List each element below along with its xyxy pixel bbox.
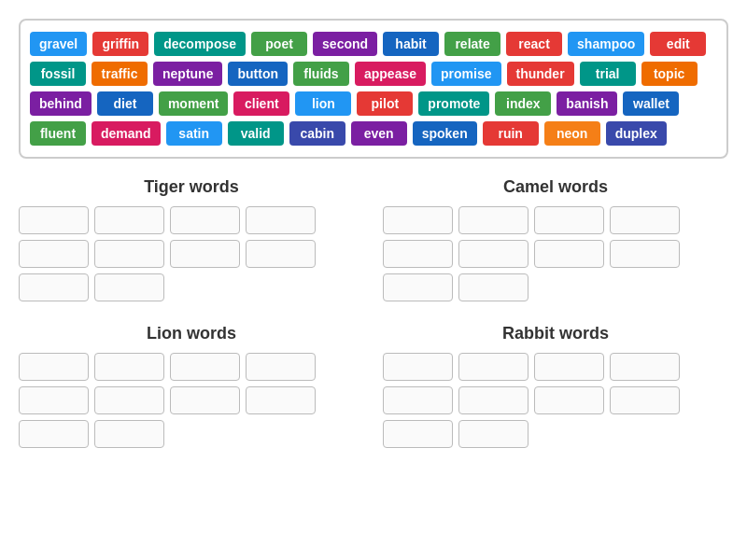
- word-chip[interactable]: trial: [580, 62, 636, 86]
- word-chip[interactable]: demand: [92, 121, 161, 146]
- word-chip[interactable]: second: [313, 32, 377, 56]
- word-chip[interactable]: relate: [444, 32, 500, 56]
- word-chip[interactable]: neptune: [153, 62, 222, 86]
- drop-box[interactable]: [170, 206, 240, 234]
- drop-box[interactable]: [170, 353, 240, 381]
- word-chip[interactable]: moment: [159, 91, 228, 116]
- drop-box[interactable]: [246, 386, 316, 414]
- drop-box[interactable]: [458, 273, 529, 301]
- rabbit-row-2: [383, 386, 728, 414]
- camel-row-3: [383, 273, 728, 301]
- drop-box[interactable]: [458, 386, 529, 414]
- word-chip[interactable]: neon: [544, 121, 600, 146]
- drop-box[interactable]: [246, 206, 316, 234]
- drop-box[interactable]: [610, 386, 680, 414]
- word-chip[interactable]: behind: [30, 91, 92, 116]
- word-chip[interactable]: satin: [166, 121, 222, 146]
- drop-box[interactable]: [170, 386, 240, 414]
- word-chip[interactable]: button: [228, 62, 288, 86]
- drop-box[interactable]: [246, 240, 316, 268]
- lion-row-1: [19, 353, 364, 381]
- camel-grid: [383, 206, 728, 301]
- drop-box[interactable]: [19, 353, 89, 381]
- word-chip[interactable]: poet: [251, 32, 307, 56]
- rabbit-grid: [383, 353, 728, 448]
- lion-row-3: [19, 420, 364, 448]
- drop-box[interactable]: [458, 240, 529, 268]
- tiger-row-1: [19, 206, 364, 234]
- drop-box[interactable]: [94, 273, 164, 301]
- drop-box[interactable]: [383, 206, 453, 234]
- word-chip[interactable]: react: [506, 32, 562, 56]
- drop-box[interactable]: [610, 206, 680, 234]
- rabbit-title: Rabbit words: [383, 324, 728, 343]
- word-chip[interactable]: client: [233, 91, 289, 116]
- word-chip[interactable]: decompose: [154, 32, 246, 56]
- word-chip[interactable]: banish: [557, 91, 617, 116]
- drop-box[interactable]: [94, 420, 164, 448]
- drop-box[interactable]: [610, 353, 680, 381]
- word-chip[interactable]: fossil: [30, 62, 86, 86]
- word-chip[interactable]: cabin: [289, 121, 345, 146]
- word-chip[interactable]: spoken: [413, 121, 477, 146]
- word-chip[interactable]: topic: [641, 62, 698, 86]
- tiger-category: Tiger words: [19, 177, 364, 301]
- camel-category: Camel words: [383, 177, 728, 301]
- word-chip[interactable]: thunder: [507, 62, 574, 86]
- tiger-title: Tiger words: [19, 177, 364, 197]
- drop-box[interactable]: [610, 240, 680, 268]
- word-chip[interactable]: habit: [383, 32, 439, 56]
- drop-box[interactable]: [458, 420, 529, 448]
- tiger-row-2: [19, 240, 364, 268]
- drop-box[interactable]: [19, 206, 89, 234]
- drop-box[interactable]: [170, 240, 240, 268]
- drop-box[interactable]: [383, 240, 453, 268]
- drop-box[interactable]: [19, 420, 89, 448]
- drop-box[interactable]: [383, 353, 453, 381]
- word-chip[interactable]: griffin: [92, 32, 148, 56]
- rabbit-row-3: [383, 420, 728, 448]
- word-bank: gravelgriffindecomposepoetsecondhabitrel…: [19, 19, 728, 159]
- categories-section: Tiger words: [19, 177, 728, 448]
- word-chip[interactable]: diet: [97, 91, 153, 116]
- word-chip[interactable]: promote: [418, 91, 489, 116]
- word-chip[interactable]: index: [495, 91, 551, 116]
- word-chip[interactable]: shampoo: [568, 32, 644, 56]
- word-chip[interactable]: lion: [295, 91, 351, 116]
- drop-box[interactable]: [19, 386, 89, 414]
- word-chip[interactable]: even: [351, 121, 407, 146]
- drop-box[interactable]: [246, 353, 316, 381]
- drop-box[interactable]: [94, 206, 164, 234]
- word-chip[interactable]: fluids: [293, 62, 349, 86]
- lion-row-2: [19, 386, 364, 414]
- drop-box[interactable]: [19, 273, 89, 301]
- drop-box[interactable]: [383, 420, 453, 448]
- tiger-grid: [19, 206, 364, 301]
- word-chip[interactable]: promise: [431, 62, 500, 86]
- drop-box[interactable]: [534, 206, 604, 234]
- drop-box[interactable]: [534, 240, 604, 268]
- drop-box[interactable]: [19, 240, 89, 268]
- word-chip[interactable]: wallet: [623, 91, 679, 116]
- drop-box[interactable]: [383, 273, 453, 301]
- drop-box[interactable]: [94, 353, 164, 381]
- word-chip[interactable]: ruin: [483, 121, 539, 146]
- word-chip[interactable]: gravel: [30, 32, 87, 56]
- drop-box[interactable]: [534, 386, 604, 414]
- drop-box[interactable]: [534, 353, 604, 381]
- rabbit-row-1: [383, 353, 728, 381]
- word-chip[interactable]: valid: [228, 121, 284, 146]
- lion-title: Lion words: [19, 324, 364, 343]
- camel-row-1: [383, 206, 728, 234]
- word-chip[interactable]: traffic: [92, 62, 148, 86]
- drop-box[interactable]: [94, 240, 164, 268]
- drop-box[interactable]: [94, 386, 164, 414]
- word-chip[interactable]: appease: [355, 62, 426, 86]
- drop-box[interactable]: [383, 386, 453, 414]
- word-chip[interactable]: edit: [650, 32, 706, 56]
- word-chip[interactable]: fluent: [30, 121, 86, 146]
- drop-box[interactable]: [458, 353, 529, 381]
- word-chip[interactable]: pilot: [357, 91, 413, 116]
- word-chip[interactable]: duplex: [606, 121, 667, 146]
- drop-box[interactable]: [458, 206, 529, 234]
